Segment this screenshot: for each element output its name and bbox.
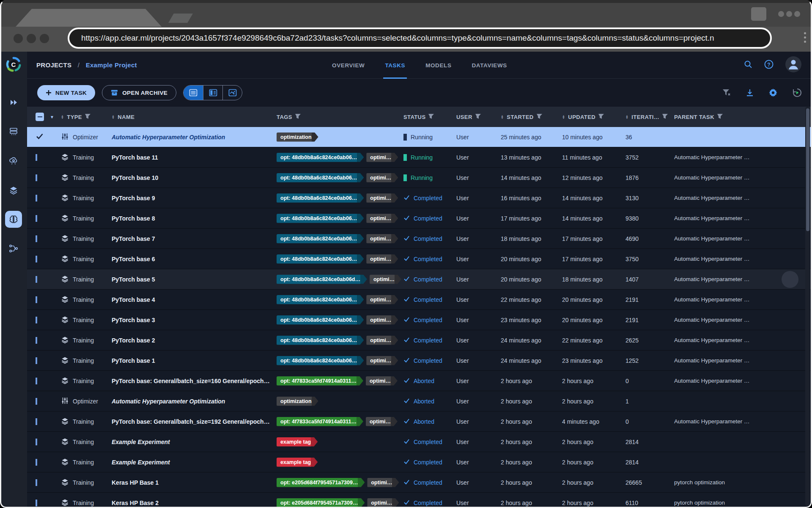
tag-chip[interactable]: optimi…: [367, 498, 399, 508]
tag-chip[interactable]: opt: 48db0b8a6c824ce0ab06d…: [277, 275, 367, 284]
task-name[interactable]: PyTorch base 11: [112, 154, 277, 161]
task-name[interactable]: Example Experiment: [112, 459, 277, 466]
table-row[interactable]: TrainingPyTorch base 11opt: 48db0b8a6c82…: [27, 147, 812, 168]
task-name[interactable]: PyTorch base 6: [112, 256, 277, 262]
row-checkbox[interactable]: [36, 479, 37, 486]
row-select-cell[interactable]: [36, 133, 61, 141]
tag-chip[interactable]: optimi…: [366, 417, 398, 426]
sidebar-item-pipelines[interactable]: [5, 240, 22, 257]
table-view-button[interactable]: [184, 86, 203, 100]
row-select-cell[interactable]: [36, 256, 61, 262]
sort-icon[interactable]: ▲▼: [112, 115, 115, 119]
tag-chip[interactable]: opt: 48db0b8a6c824ce0ab06…: [277, 214, 364, 223]
task-name[interactable]: Automatic Hyperparameter Optimization: [112, 398, 277, 405]
row-select-cell[interactable]: [36, 398, 61, 405]
tag-chip[interactable]: optimi…: [366, 336, 398, 345]
task-name[interactable]: PyTorch base 10: [112, 174, 277, 181]
tag-chip[interactable]: optimi…: [366, 214, 398, 223]
task-name[interactable]: PyTorch base: General/batch_size=160 Gen…: [112, 378, 277, 384]
tab-models[interactable]: MODELS: [425, 52, 451, 79]
column-header-user[interactable]: USER: [456, 114, 501, 120]
tag-chip[interactable]: optimi…: [366, 295, 398, 304]
clearml-logo[interactable]: C: [4, 55, 23, 74]
tag-chip[interactable]: optimi…: [366, 376, 398, 386]
column-header-type[interactable]: ▲▼TYPE: [61, 114, 112, 120]
tag-chip[interactable]: optimi…: [366, 315, 398, 325]
row-checkbox[interactable]: [36, 357, 37, 364]
tag-chip[interactable]: opt: 4f7833ca5fd74914a0311…: [277, 376, 363, 386]
table-row[interactable]: TrainingPyTorch base 6opt: 48db0b8a6c824…: [27, 249, 812, 269]
tag-chip[interactable]: optimization: [277, 133, 318, 142]
tag-chip[interactable]: optimi…: [366, 153, 398, 162]
filter-funnel-icon[interactable]: [717, 114, 723, 120]
split-view-button[interactable]: [203, 86, 222, 100]
clear-filters-icon[interactable]: [722, 89, 731, 97]
open-archive-button[interactable]: OPEN ARCHIVE: [102, 85, 176, 100]
table-row[interactable]: TrainingKeras HP Base 2opt: e205d684f795…: [27, 493, 812, 508]
tag-chip[interactable]: optimi…: [366, 356, 398, 365]
tab-dataviews[interactable]: DATAVIEWS: [472, 52, 507, 79]
column-header-tags[interactable]: TAGS: [277, 114, 403, 120]
table-row[interactable]: OptimizerAutomatic Hyperparameter Optimi…: [27, 127, 812, 147]
table-row[interactable]: TrainingPyTorch base 10opt: 48db0b8a6c82…: [27, 168, 812, 188]
row-checkbox[interactable]: [36, 276, 37, 283]
task-name[interactable]: PyTorch base: General/batch_size=192 Gen…: [112, 418, 277, 425]
table-row[interactable]: TrainingPyTorch base 8opt: 48db0b8a6c824…: [27, 208, 812, 229]
tag-chip[interactable]: optimi…: [366, 234, 398, 243]
new-task-button[interactable]: NEW TASK: [37, 85, 95, 100]
tag-chip[interactable]: optimization: [277, 397, 318, 406]
row-checkbox[interactable]: [36, 398, 37, 405]
breadcrumb-project-name[interactable]: Example Project: [86, 61, 137, 69]
filter-funnel-icon[interactable]: [428, 114, 434, 120]
table-row[interactable]: TrainingExample Experimentexample tagCom…: [27, 432, 812, 452]
sidebar-item-workers-queues[interactable]: [5, 123, 22, 140]
table-row[interactable]: TrainingPyTorch base 4opt: 48db0b8a6c824…: [27, 290, 812, 310]
sidebar-item-getting-started[interactable]: [5, 94, 22, 111]
task-name[interactable]: PyTorch base 7: [112, 235, 277, 242]
column-header-parent-task[interactable]: PARENT TASK: [674, 114, 812, 120]
tab-overview[interactable]: OVERVIEW: [332, 52, 365, 79]
filter-funnel-icon[interactable]: [85, 114, 91, 120]
breadcrumb-projects[interactable]: PROJECTS: [36, 61, 71, 69]
browser-tab[interactable]: [16, 9, 162, 27]
row-select-cell[interactable]: [36, 154, 61, 161]
table-row[interactable]: TrainingKeras HP Base 1opt: e205d684f795…: [27, 472, 812, 493]
row-checkbox[interactable]: [36, 174, 37, 181]
row-select-cell[interactable]: [36, 439, 61, 445]
sort-icon[interactable]: ▲▼: [562, 115, 565, 119]
row-checkbox[interactable]: [36, 256, 37, 262]
sort-icon[interactable]: ▲▼: [61, 115, 64, 119]
column-header-name[interactable]: ▲▼NAME: [112, 114, 277, 120]
row-checkbox[interactable]: [36, 235, 37, 242]
browser-kebab-menu-icon[interactable]: [804, 32, 806, 43]
row-select-cell[interactable]: [36, 174, 61, 181]
row-select-cell[interactable]: [36, 357, 61, 364]
tag-chip[interactable]: opt: 48db0b8a6c824ce0ab06…: [277, 173, 364, 182]
task-name[interactable]: PyTorch base 3: [112, 317, 277, 323]
task-name[interactable]: PyTorch base 4: [112, 296, 277, 303]
row-select-cell[interactable]: [36, 215, 61, 222]
table-row[interactable]: TrainingExample Experimentexample tagCom…: [27, 452, 812, 472]
tag-chip[interactable]: optimi…: [366, 254, 398, 264]
selection-dropdown-caret-icon[interactable]: ▼: [50, 115, 54, 119]
tag-chip[interactable]: opt: 48db0b8a6c824ce0ab06…: [277, 295, 364, 304]
task-name[interactable]: PyTorch base 2: [112, 337, 277, 344]
auto-refresh-icon[interactable]: [793, 88, 802, 97]
task-name[interactable]: PyTorch base 9: [112, 195, 277, 202]
table-row[interactable]: TrainingPyTorch base 1opt: 48db0b8a6c824…: [27, 351, 812, 371]
tag-chip[interactable]: opt: 4f7833ca5fd74914a0311…: [277, 417, 363, 426]
tag-chip[interactable]: opt: 48db0b8a6c824ce0ab06…: [277, 254, 364, 264]
tag-chip[interactable]: opt: 48db0b8a6c824ce0ab06…: [277, 234, 364, 243]
row-select-cell[interactable]: [36, 195, 61, 202]
tag-chip[interactable]: opt: 48db0b8a6c824ce0ab06…: [277, 315, 364, 325]
row-select-cell[interactable]: [36, 500, 61, 506]
avatar[interactable]: [785, 56, 802, 75]
tab-tasks[interactable]: TASKS: [385, 52, 405, 79]
column-header-updated[interactable]: ▲▼UPDATED: [562, 114, 625, 120]
task-name[interactable]: PyTorch base 5: [112, 276, 277, 283]
tag-chip[interactable]: opt: 48db0b8a6c824ce0ab06…: [277, 336, 364, 345]
task-name[interactable]: Keras HP Base 1: [112, 479, 277, 486]
tag-chip[interactable]: optimi…: [366, 193, 398, 203]
row-checkbox[interactable]: [36, 500, 37, 506]
column-header-started[interactable]: ▲▼STARTED: [501, 114, 562, 120]
